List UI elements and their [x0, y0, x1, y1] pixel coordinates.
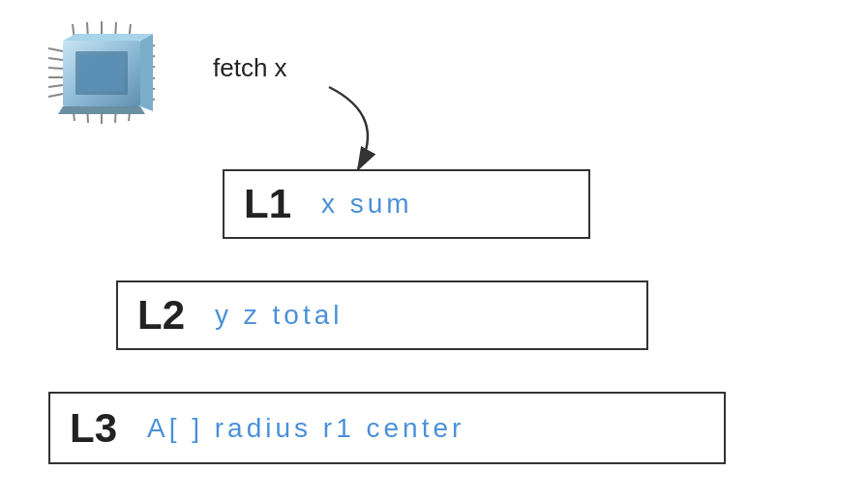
l2-vars: y z total [215, 300, 343, 331]
l3-vars: A[ ] radius r1 center [147, 413, 464, 444]
svg-line-5 [48, 94, 63, 97]
svg-marker-23 [140, 34, 153, 111]
diagram-scene: fetch x L1 x sum L2 y z total L3 A[ ] ra… [0, 0, 868, 501]
svg-line-4 [48, 85, 63, 87]
l3-label: L3 [70, 405, 128, 452]
l2-label: L2 [137, 292, 195, 339]
cpu-icon [39, 19, 165, 126]
l2-cache-box: L2 y z total [116, 280, 648, 350]
svg-line-2 [48, 68, 63, 69]
svg-marker-22 [58, 106, 145, 114]
l1-label: L1 [244, 181, 302, 227]
svg-marker-24 [63, 34, 153, 41]
fetch-label: fetch x [213, 53, 287, 83]
l1-vars: x sum [321, 189, 413, 220]
l1-cache-box: L1 x sum [223, 169, 590, 239]
svg-line-0 [48, 48, 63, 51]
svg-rect-27 [79, 55, 124, 91]
l3-cache-box: L3 A[ ] radius r1 center [48, 392, 726, 464]
svg-line-1 [48, 58, 63, 60]
